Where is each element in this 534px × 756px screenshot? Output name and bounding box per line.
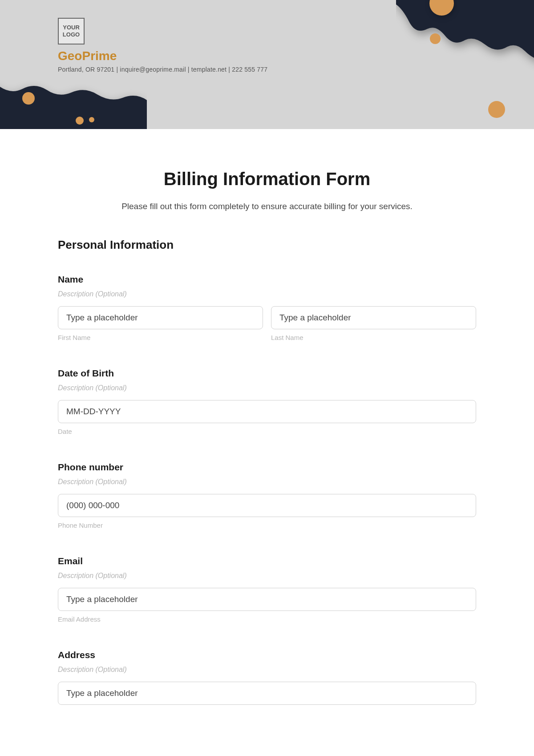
last-name-col: Last Name (271, 306, 476, 341)
header-banner: YOURLOGO GeoPrime Portland, OR 97201 | i… (0, 0, 534, 129)
phone-input[interactable] (58, 494, 476, 517)
last-name-sublabel: Last Name (271, 334, 476, 341)
field-group-phone: Phone number Description (Optional) Phon… (58, 462, 476, 529)
field-label-dob: Date of Birth (58, 368, 476, 379)
field-description-address: Description (Optional) (58, 666, 476, 674)
name-input-row: First Name Last Name (58, 306, 476, 341)
first-name-col: First Name (58, 306, 263, 341)
decorative-circle-icon (430, 33, 441, 44)
header-content: YOURLOGO GeoPrime Portland, OR 97201 | i… (0, 0, 534, 73)
first-name-input[interactable] (58, 306, 263, 329)
address-input[interactable] (58, 682, 476, 705)
page-body: Billing Information Form Please fill out… (0, 129, 534, 718)
field-description-email: Description (Optional) (58, 572, 476, 580)
field-label-name: Name (58, 274, 476, 285)
field-label-phone: Phone number (58, 462, 476, 473)
form-instruction: Please fill out this form completely to … (58, 202, 476, 211)
field-description-name: Description (Optional) (58, 290, 476, 298)
phone-sublabel: Phone Number (58, 522, 476, 529)
decorative-circle-icon (22, 92, 35, 105)
email-sublabel: Email Address (58, 615, 476, 623)
decorative-circle-icon (89, 117, 94, 122)
field-label-address: Address (58, 650, 476, 660)
field-group-address: Address Description (Optional) (58, 650, 476, 705)
field-description-dob: Description (Optional) (58, 384, 476, 392)
logo-text: YOURLOGO (63, 24, 80, 38)
brand-name: GeoPrime (58, 49, 534, 63)
field-group-name: Name Description (Optional) First Name L… (58, 274, 476, 341)
field-group-dob: Date of Birth Description (Optional) Dat… (58, 368, 476, 435)
last-name-input[interactable] (271, 306, 476, 329)
brand-contact-line: Portland, OR 97201 | inquire@geoprime.ma… (58, 66, 534, 73)
section-heading-personal: Personal Information (58, 238, 476, 252)
dob-sublabel: Date (58, 428, 476, 435)
first-name-sublabel: First Name (58, 334, 263, 341)
decorative-circle-icon (488, 101, 505, 118)
dob-input[interactable] (58, 400, 476, 423)
form-title: Billing Information Form (58, 169, 476, 189)
field-description-phone: Description (Optional) (58, 478, 476, 486)
field-label-email: Email (58, 556, 476, 566)
logo-placeholder: YOURLOGO (58, 18, 85, 44)
field-group-email: Email Description (Optional) Email Addre… (58, 556, 476, 623)
email-input[interactable] (58, 588, 476, 611)
decorative-circle-icon (76, 117, 84, 125)
